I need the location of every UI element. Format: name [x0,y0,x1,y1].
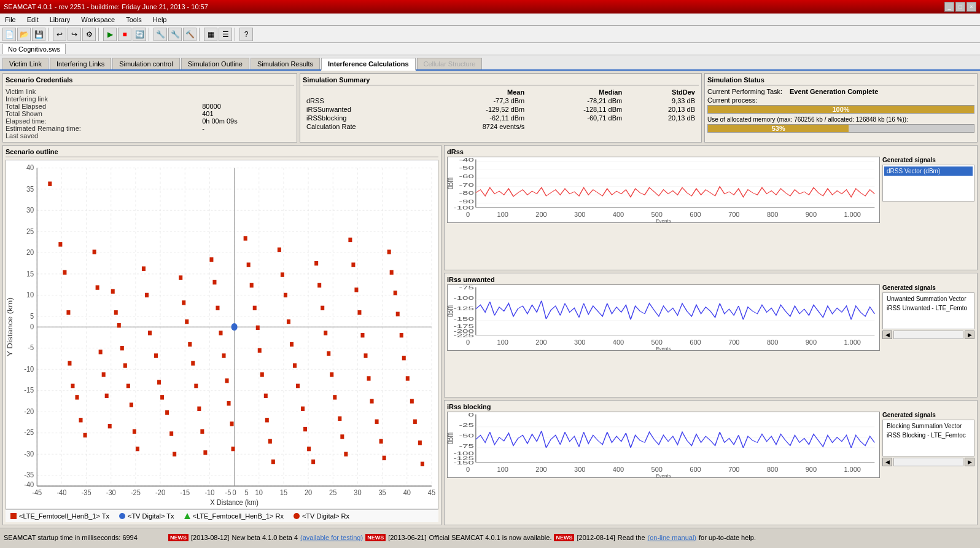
main-content-area: Scenario outline [2,145,978,525]
svg-text:-60: -60 [459,173,474,179]
toolbar-save[interactable]: 💾 [32,28,45,41]
irss-unwanted-scroll-track[interactable] [893,331,963,339]
toolbar-grid[interactable]: ▦ [204,28,217,41]
svg-rect-136 [265,418,269,422]
svg-rect-155 [330,372,333,377]
drss-legend-item-0[interactable]: dRSS Vector (dBm) [884,166,973,176]
svg-rect-91 [108,424,112,428]
irss-blocking-legend-item-0[interactable]: Blocking Summation Vector [884,421,973,431]
scenario-outline-title: Scenario outline [6,148,438,157]
toolbar-help[interactable]: ? [239,28,253,41]
svg-text:-25: -25 [24,428,34,437]
toolbar-run[interactable]: ▶ [103,28,117,41]
toolbar-tools2[interactable]: 🔧 [168,28,182,41]
irss-unwanted-x-ticks: 01002003004005006007008009001.000 [448,339,879,346]
tab-victim-link[interactable]: Victim Link [2,58,49,69]
svg-rect-152 [321,306,324,310]
toolbar-sep3 [149,28,151,41]
svg-rect-135 [264,394,268,398]
svg-rect-79 [63,270,66,275]
menu-library[interactable]: Library [47,15,73,25]
tab-interfering-links[interactable]: Interfering Links [50,58,111,69]
svg-rect-99 [133,429,136,434]
close-button[interactable]: × [966,2,976,12]
toolbar-tools3[interactable]: 🔨 [183,28,196,41]
svg-text:dBm: dBm [448,178,456,189]
scatter-chart-area: 40 35 30 25 20 15 10 5 0 -5 -10 -15 -20 … [6,160,438,509]
tab-simulation-outline[interactable]: Simulation Outline [181,58,249,69]
menu-workspace[interactable]: Workspace [79,15,117,25]
news3-link[interactable]: (on-line manual) [648,534,696,541]
table-row: iRSSunwanted -129,52 dBm -128,11 dBm 20,… [303,105,699,114]
main-tabs: Victim Link Interfering Links Simulation… [0,55,980,71]
irss-unwanted-scroll-left[interactable]: ◀ [882,331,892,339]
tab-simulation-control[interactable]: Simulation control [112,58,179,69]
svg-rect-119 [209,257,213,262]
irss-blocking-scroll-left[interactable]: ◀ [882,458,892,466]
svg-text:25: 25 [329,488,336,497]
svg-rect-156 [333,395,336,399]
svg-rect-170 [383,456,386,460]
svg-text:35: 35 [26,184,34,193]
svg-rect-120 [212,280,216,284]
svg-text:-20: -20 [24,407,34,416]
svg-rect-159 [344,452,348,456]
drss-panel: dRss -40 -50 -60 -70 -80 -90 -100 [444,145,978,270]
svg-text:20: 20 [26,248,34,257]
drss-legend: Generated signals dRSS Vector (dBm) [882,157,974,223]
svg-rect-101 [142,267,146,271]
menu-edit[interactable]: Edit [25,15,41,25]
svg-rect-123 [222,353,226,358]
legend-lte-rx-label: <LTE_Femtocell_HenB_1> Rx [193,512,284,520]
toolbar-stop[interactable]: ■ [118,28,131,41]
news3-text: Read the [618,534,645,541]
toolbar-settings[interactable]: ⚙ [82,28,96,41]
menu-help[interactable]: Help [150,15,169,25]
svg-rect-162 [354,288,358,292]
toolbar-tools1[interactable]: 🔧 [154,28,167,41]
irss-blocking-scroll-right[interactable]: ▶ [965,458,974,466]
news-badge-2: NEWS [365,534,386,541]
legend-lte-rx: <LTE_Femtocell_HenB_1> Rx [184,512,284,520]
toolbar-list[interactable]: ☰ [219,28,232,41]
drss-legend-title: Generated signals [882,157,974,163]
svg-rect-127 [231,447,235,451]
irss-blocking-scroll-track[interactable] [893,458,963,466]
toolbar-sep2 [98,28,101,41]
menu-file[interactable]: File [2,15,18,25]
svg-rect-116 [197,407,201,411]
menu-tools[interactable]: Tools [123,15,144,25]
svg-rect-174 [396,312,400,316]
irss-blocking-legend-item-1[interactable]: iRSS Blocking - LTE_Femtoc [884,431,973,440]
news1-link[interactable]: (available for testing) [300,534,363,541]
legend-lte-tx: <LTE_Femtocell_HenB_1> Tx [10,512,109,520]
toolbar-redo[interactable]: ↪ [68,28,81,41]
tab-simulation-results[interactable]: Simulation Results [251,58,320,69]
irss-unwanted-chart-area: -75 -100 -125 -150 -175 -200 -225 dBm [447,284,880,351]
svg-rect-84 [79,418,83,422]
window-controls[interactable]: _ □ × [944,2,976,12]
maximize-button[interactable]: □ [955,2,965,12]
svg-rect-90 [105,394,109,398]
svg-text:-225: -225 [453,332,474,337]
svg-rect-133 [258,348,262,353]
svg-rect-96 [123,363,127,367]
toolbar-open[interactable]: 📂 [17,28,31,41]
toolbar: 📄 📂 💾 ↩ ↪ ⚙ ▶ ■ 🔄 🔧 🔧 🔨 ▦ ☰ ? [0,26,980,43]
toolbar-undo[interactable]: ↩ [53,28,66,41]
svg-rect-124 [225,378,229,383]
irss-unwanted-scroll-right[interactable]: ▶ [965,331,974,339]
minimize-button[interactable]: _ [944,2,954,12]
drss-title: dRss [447,148,974,155]
toolbar-refresh[interactable]: 🔄 [133,28,146,41]
irss-unwanted-legend-item-1[interactable]: iRSS Unwanted - LTE_Femto [884,303,973,313]
cred-remaining-label: Estimated Remaing time: [6,125,202,132]
svg-rect-175 [400,333,403,337]
svg-rect-146 [301,407,305,411]
legend-tv-tx: <TV Digital> Tx [119,512,174,520]
news1-text: New beta 4.1.0 beta 4 [231,534,298,541]
tab-interference-calculations[interactable]: Interference Calculations [321,58,415,71]
irss-unwanted-legend-item-0[interactable]: Unwanted Summation Vector [884,294,973,303]
toolbar-new[interactable]: 📄 [2,28,16,41]
file-tab-item[interactable]: No Cognitivo.sws [2,44,66,54]
